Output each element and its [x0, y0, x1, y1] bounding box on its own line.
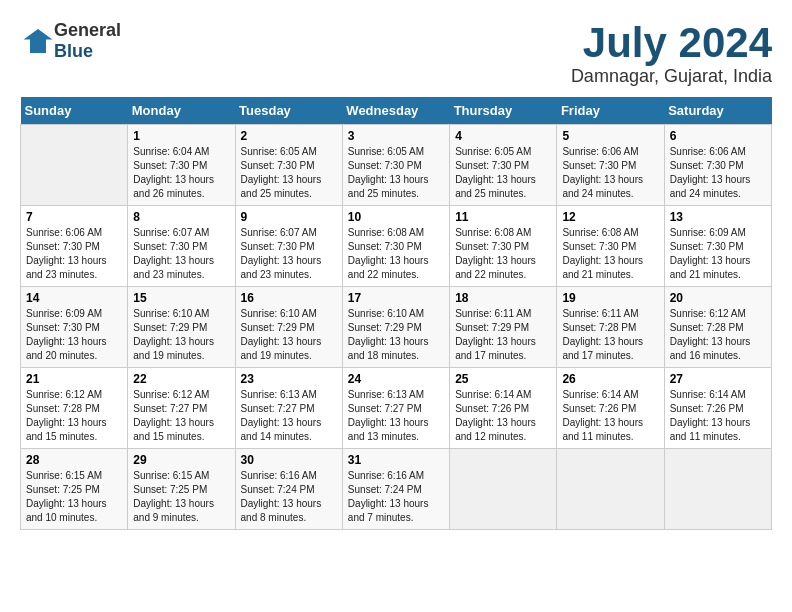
day-info: Sunrise: 6:16 AMSunset: 7:24 PMDaylight:… [241, 469, 337, 525]
day-header-monday: Monday [128, 97, 235, 125]
calendar-cell: 14Sunrise: 6:09 AMSunset: 7:30 PMDayligh… [21, 287, 128, 368]
calendar-cell: 2Sunrise: 6:05 AMSunset: 7:30 PMDaylight… [235, 125, 342, 206]
day-number: 21 [26, 372, 122, 386]
day-info: Sunrise: 6:08 AMSunset: 7:30 PMDaylight:… [455, 226, 551, 282]
logo-general-text: General [54, 20, 121, 40]
day-info: Sunrise: 6:06 AMSunset: 7:30 PMDaylight:… [670, 145, 766, 201]
day-header-wednesday: Wednesday [342, 97, 449, 125]
day-info: Sunrise: 6:05 AMSunset: 7:30 PMDaylight:… [348, 145, 444, 201]
day-info: Sunrise: 6:07 AMSunset: 7:30 PMDaylight:… [133, 226, 229, 282]
calendar-cell: 6Sunrise: 6:06 AMSunset: 7:30 PMDaylight… [664, 125, 771, 206]
day-info: Sunrise: 6:06 AMSunset: 7:30 PMDaylight:… [26, 226, 122, 282]
day-info: Sunrise: 6:04 AMSunset: 7:30 PMDaylight:… [133, 145, 229, 201]
day-number: 27 [670, 372, 766, 386]
day-header-friday: Friday [557, 97, 664, 125]
day-number: 28 [26, 453, 122, 467]
day-info: Sunrise: 6:05 AMSunset: 7:30 PMDaylight:… [241, 145, 337, 201]
day-number: 14 [26, 291, 122, 305]
day-info: Sunrise: 6:13 AMSunset: 7:27 PMDaylight:… [348, 388, 444, 444]
calendar-cell: 10Sunrise: 6:08 AMSunset: 7:30 PMDayligh… [342, 206, 449, 287]
day-info: Sunrise: 6:10 AMSunset: 7:29 PMDaylight:… [133, 307, 229, 363]
calendar-cell: 29Sunrise: 6:15 AMSunset: 7:25 PMDayligh… [128, 449, 235, 530]
day-info: Sunrise: 6:10 AMSunset: 7:29 PMDaylight:… [241, 307, 337, 363]
calendar-cell: 15Sunrise: 6:10 AMSunset: 7:29 PMDayligh… [128, 287, 235, 368]
day-info: Sunrise: 6:10 AMSunset: 7:29 PMDaylight:… [348, 307, 444, 363]
day-number: 19 [562, 291, 658, 305]
day-number: 3 [348, 129, 444, 143]
day-info: Sunrise: 6:11 AMSunset: 7:29 PMDaylight:… [455, 307, 551, 363]
calendar-cell: 3Sunrise: 6:05 AMSunset: 7:30 PMDaylight… [342, 125, 449, 206]
calendar-cell: 1Sunrise: 6:04 AMSunset: 7:30 PMDaylight… [128, 125, 235, 206]
day-number: 2 [241, 129, 337, 143]
calendar-cell [557, 449, 664, 530]
day-number: 26 [562, 372, 658, 386]
calendar-cell [450, 449, 557, 530]
calendar-cell: 4Sunrise: 6:05 AMSunset: 7:30 PMDaylight… [450, 125, 557, 206]
day-info: Sunrise: 6:15 AMSunset: 7:25 PMDaylight:… [26, 469, 122, 525]
day-info: Sunrise: 6:14 AMSunset: 7:26 PMDaylight:… [455, 388, 551, 444]
day-number: 24 [348, 372, 444, 386]
calendar-cell [664, 449, 771, 530]
calendar-cell: 26Sunrise: 6:14 AMSunset: 7:26 PMDayligh… [557, 368, 664, 449]
day-info: Sunrise: 6:08 AMSunset: 7:30 PMDaylight:… [562, 226, 658, 282]
day-info: Sunrise: 6:08 AMSunset: 7:30 PMDaylight:… [348, 226, 444, 282]
day-info: Sunrise: 6:11 AMSunset: 7:28 PMDaylight:… [562, 307, 658, 363]
calendar-table: SundayMondayTuesdayWednesdayThursdayFrid… [20, 97, 772, 530]
calendar-cell: 19Sunrise: 6:11 AMSunset: 7:28 PMDayligh… [557, 287, 664, 368]
calendar-cell: 12Sunrise: 6:08 AMSunset: 7:30 PMDayligh… [557, 206, 664, 287]
day-header-saturday: Saturday [664, 97, 771, 125]
svg-marker-0 [24, 29, 53, 53]
week-row-5: 28Sunrise: 6:15 AMSunset: 7:25 PMDayligh… [21, 449, 772, 530]
calendar-cell: 27Sunrise: 6:14 AMSunset: 7:26 PMDayligh… [664, 368, 771, 449]
day-number: 15 [133, 291, 229, 305]
week-row-4: 21Sunrise: 6:12 AMSunset: 7:28 PMDayligh… [21, 368, 772, 449]
calendar-cell [21, 125, 128, 206]
location-title: Damnagar, Gujarat, India [571, 66, 772, 87]
day-number: 4 [455, 129, 551, 143]
day-number: 9 [241, 210, 337, 224]
day-number: 7 [26, 210, 122, 224]
day-number: 16 [241, 291, 337, 305]
day-number: 31 [348, 453, 444, 467]
calendar-cell: 16Sunrise: 6:10 AMSunset: 7:29 PMDayligh… [235, 287, 342, 368]
day-info: Sunrise: 6:09 AMSunset: 7:30 PMDaylight:… [26, 307, 122, 363]
day-number: 22 [133, 372, 229, 386]
calendar-cell: 30Sunrise: 6:16 AMSunset: 7:24 PMDayligh… [235, 449, 342, 530]
day-info: Sunrise: 6:06 AMSunset: 7:30 PMDaylight:… [562, 145, 658, 201]
day-number: 20 [670, 291, 766, 305]
day-info: Sunrise: 6:07 AMSunset: 7:30 PMDaylight:… [241, 226, 337, 282]
calendar-cell: 24Sunrise: 6:13 AMSunset: 7:27 PMDayligh… [342, 368, 449, 449]
day-number: 8 [133, 210, 229, 224]
calendar-cell: 22Sunrise: 6:12 AMSunset: 7:27 PMDayligh… [128, 368, 235, 449]
day-number: 29 [133, 453, 229, 467]
day-number: 30 [241, 453, 337, 467]
day-info: Sunrise: 6:14 AMSunset: 7:26 PMDaylight:… [562, 388, 658, 444]
day-number: 13 [670, 210, 766, 224]
logo-icon [22, 25, 54, 57]
calendar-cell: 25Sunrise: 6:14 AMSunset: 7:26 PMDayligh… [450, 368, 557, 449]
day-info: Sunrise: 6:13 AMSunset: 7:27 PMDaylight:… [241, 388, 337, 444]
week-row-2: 7Sunrise: 6:06 AMSunset: 7:30 PMDaylight… [21, 206, 772, 287]
calendar-cell: 8Sunrise: 6:07 AMSunset: 7:30 PMDaylight… [128, 206, 235, 287]
calendar-cell: 17Sunrise: 6:10 AMSunset: 7:29 PMDayligh… [342, 287, 449, 368]
logo: General Blue [20, 20, 121, 62]
day-headers-row: SundayMondayTuesdayWednesdayThursdayFrid… [21, 97, 772, 125]
day-header-tuesday: Tuesday [235, 97, 342, 125]
day-number: 11 [455, 210, 551, 224]
calendar-cell: 23Sunrise: 6:13 AMSunset: 7:27 PMDayligh… [235, 368, 342, 449]
calendar-cell: 13Sunrise: 6:09 AMSunset: 7:30 PMDayligh… [664, 206, 771, 287]
day-number: 25 [455, 372, 551, 386]
day-number: 23 [241, 372, 337, 386]
day-info: Sunrise: 6:16 AMSunset: 7:24 PMDaylight:… [348, 469, 444, 525]
calendar-cell: 7Sunrise: 6:06 AMSunset: 7:30 PMDaylight… [21, 206, 128, 287]
week-row-1: 1Sunrise: 6:04 AMSunset: 7:30 PMDaylight… [21, 125, 772, 206]
week-row-3: 14Sunrise: 6:09 AMSunset: 7:30 PMDayligh… [21, 287, 772, 368]
day-number: 18 [455, 291, 551, 305]
day-info: Sunrise: 6:15 AMSunset: 7:25 PMDaylight:… [133, 469, 229, 525]
day-info: Sunrise: 6:09 AMSunset: 7:30 PMDaylight:… [670, 226, 766, 282]
calendar-cell: 20Sunrise: 6:12 AMSunset: 7:28 PMDayligh… [664, 287, 771, 368]
title-area: July 2024 Damnagar, Gujarat, India [571, 20, 772, 87]
day-number: 6 [670, 129, 766, 143]
day-info: Sunrise: 6:05 AMSunset: 7:30 PMDaylight:… [455, 145, 551, 201]
day-info: Sunrise: 6:12 AMSunset: 7:28 PMDaylight:… [670, 307, 766, 363]
